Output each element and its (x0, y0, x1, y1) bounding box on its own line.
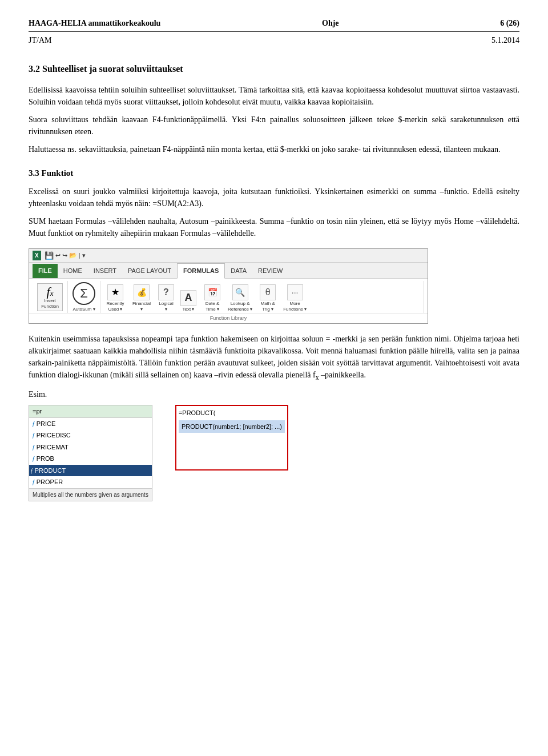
save-icon: 💾 (45, 250, 54, 262)
institution: HAAGA-HELIA ammattikorkeakoulu (29, 17, 160, 29)
autosum-group: Σ AutoSum ▾ (68, 281, 100, 313)
tab-data[interactable]: DATA (225, 264, 252, 278)
formula-args-display: PRODUCT(number1; [number2]; ...) (179, 420, 285, 433)
excel-ribbon-screenshot: X 💾 ↩ ↪ 📂 | ▾ FILE HOME INSERT PAGE LAYO… (29, 248, 428, 324)
insert-function-button[interactable]: fx InsertFunction (37, 283, 63, 311)
dropdown-item-product[interactable]: f PRODUCT (29, 465, 152, 477)
date-time-button[interactable]: 📅 Date &Time ▾ (200, 284, 225, 312)
recently-used-button[interactable]: ★ RecentlyUsed ▾ (103, 284, 128, 312)
tab-file[interactable]: FILE (33, 264, 58, 278)
math-trig-button[interactable]: θ Math &Trig ▾ (255, 284, 280, 312)
para-5: SUM haetaan Formulas –välilehden nauhalt… (29, 215, 519, 239)
excel-logo-icon: X (33, 251, 41, 260)
logical-button[interactable]: ? Logical▾ (155, 284, 177, 312)
tab-formulas[interactable]: FORMULAS (177, 263, 225, 279)
para-3: Haluttaessa ns. sekaviittauksia, paineta… (29, 143, 519, 155)
formula-dialog-example: =PRODUCT( PRODUCT(number1; [number2]; ..… (175, 405, 288, 471)
dropdown-item-proper[interactable]: f PROPER (29, 476, 152, 488)
para-6: Kuitenkin useimmissa tapauksissa nopeamp… (29, 333, 519, 383)
esim-label: Esim. (29, 388, 519, 400)
autosum-button[interactable]: Σ AutoSum ▾ (72, 282, 95, 313)
tab-page-layout[interactable]: PAGE LAYOUT (122, 264, 177, 278)
course: JT/AM (29, 34, 51, 46)
para-2: Suora soluviittaus tehdään kaavaan F4-fu… (29, 114, 519, 138)
dropdown-item-pricedisc[interactable]: f PRICEDISC (29, 429, 152, 441)
undo-icon: ↩ (55, 251, 61, 260)
subject: Ohje (322, 17, 339, 29)
dropdown-tooltip: Multiplies all the numbers given as argu… (29, 488, 152, 501)
insert-function-group: fx InsertFunction (33, 281, 68, 313)
dropdown-item-pricemat[interactable]: f PRICEMAT (29, 441, 152, 453)
dropdown-example: =pr f PRICE f PRICEDISC f PRICEMAT f PRO… (29, 405, 152, 501)
para-1: Edellisissä kaavoissa tehtiin soluihin s… (29, 84, 519, 108)
formula-input-display: =PRODUCT( (179, 408, 285, 418)
toolbar-extra: ▾ (82, 251, 86, 260)
dropdown-item-price[interactable]: f PRICE (29, 418, 152, 430)
function-library-label: Function Library (29, 313, 428, 324)
section-32-title: 3.2 Suhteelliset ja suorat soluviittauks… (29, 62, 519, 76)
financial-button[interactable]: 💰 Financial▾ (129, 284, 154, 312)
lookup-reference-button[interactable]: 🔍 Lookup &Reference ▾ (226, 284, 254, 312)
tab-review[interactable]: REVIEW (252, 264, 288, 278)
more-functions-button[interactable]: ··· MoreFunctions ▾ (281, 284, 308, 312)
open-icon: 📂 (69, 251, 77, 260)
insert-function-label: InsertFunction (41, 298, 59, 309)
formula-bar-text: =pr (33, 408, 42, 415)
date: 5.1.2014 (491, 34, 519, 46)
page-number: 6 (26) (500, 17, 519, 29)
examples-row: =pr f PRICE f PRICEDISC f PRICEMAT f PRO… (29, 405, 519, 501)
section-33-title: 3.3 Funktiot (29, 167, 519, 180)
text-button[interactable]: A Text ▾ (178, 289, 199, 313)
page-header: HAAGA-HELIA ammattikorkeakoulu Ohje 6 (2… (29, 17, 519, 46)
formula-bar-input: =pr (29, 405, 152, 418)
tab-insert[interactable]: INSERT (88, 264, 122, 278)
function-buttons-group: ★ RecentlyUsed ▾ 💰 Financial▾ ? Logical▾… (100, 281, 424, 313)
dropdown-item-prob[interactable]: f PROB (29, 453, 152, 465)
para-4: Excelissä on suuri joukko valmiiksi kirj… (29, 186, 519, 210)
tab-home[interactable]: HOME (58, 264, 88, 278)
redo-icon: ↪ (62, 251, 67, 260)
